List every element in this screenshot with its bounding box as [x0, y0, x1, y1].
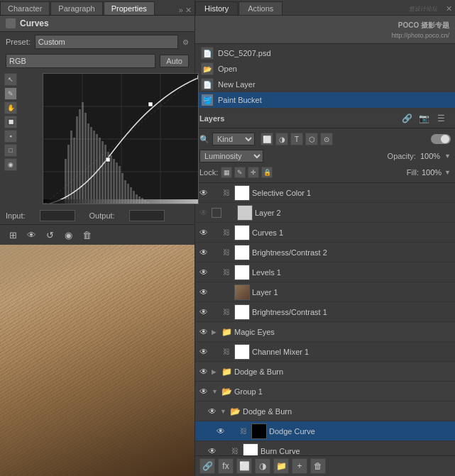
layer-magic-eyes[interactable]: 👁 ▶ 📁 Magic Eyes [195, 322, 455, 342]
layer-thumb-curves1 [234, 225, 250, 240]
filter-smart-btn[interactable]: ⊙ [320, 133, 333, 145]
kind-select[interactable]: Kind [212, 133, 255, 145]
layer-vis-burn-curve[interactable]: 👁 [207, 445, 218, 456]
layer-selective-color[interactable]: 👁 ⛓ Selective Color 1 [195, 183, 455, 203]
tab-history[interactable]: History [195, 1, 238, 15]
layer-vis-dodge-curve[interactable]: 👁 [215, 426, 226, 437]
add-style-btn[interactable]: fx [218, 458, 234, 474]
tab-properties[interactable]: Properties [104, 1, 155, 15]
curve-tool-eyedrop-black[interactable]: 🔲 [4, 116, 17, 128]
tab-character[interactable]: Character [0, 1, 50, 15]
visibility-icon[interactable]: ◉ [61, 228, 75, 242]
layer-name-dodge-top: Dodge & Burn [234, 367, 452, 376]
output-value[interactable] [129, 210, 165, 221]
layer-dodge-curve[interactable]: 👁 ⛓ Dodge Curve [195, 421, 455, 441]
history-item-file[interactable]: 📄 DSC_5207.psd [195, 45, 455, 61]
curve-tool-hand[interactable]: ✋ [4, 101, 17, 114]
curve-tool-eyedrop-gray[interactable]: ▪ [4, 130, 17, 143]
eye-icon[interactable]: 👁 [24, 228, 38, 242]
curve-tool-eyedrop-white[interactable]: □ [4, 144, 17, 157]
layer-dodge-burn-top[interactable]: 👁 ▶ 📁 Dodge & Burn [195, 362, 455, 382]
layer-vis-brightness2[interactable]: 👁 [198, 247, 209, 258]
layer-brightness2[interactable]: 👁 ⛓ Brightness/Contrast 2 [195, 243, 455, 262]
layer-burn-curve[interactable]: 👁 ⛓ Burn Curve [195, 441, 455, 455]
add-mask-btn[interactable]: ⬜ [236, 458, 252, 474]
undo-icon[interactable]: ↺ [43, 228, 57, 242]
layer-expand-dodge-top[interactable]: ▶ [212, 368, 219, 375]
layer-expand-group1[interactable]: ▼ [212, 388, 219, 395]
watermark-tab: 悠设计论坛 [403, 3, 443, 15]
delete-icon[interactable]: 🗑 [80, 228, 94, 242]
fill-arrow-icon[interactable]: ▼ [444, 169, 451, 176]
channel-row: RGB Auto [0, 52, 194, 70]
watermark-site: POCO 摄影专题 [398, 21, 449, 31]
lock-label: Lock: [199, 168, 218, 177]
preset-row: Preset: Custom ⚙ [0, 32, 194, 52]
add-node-icon[interactable]: ⊞ [6, 228, 20, 242]
curves-graph[interactable] [43, 73, 199, 204]
layer-vis-channel[interactable]: 👁 [198, 346, 209, 358]
tab-paragraph[interactable]: Paragraph [50, 1, 102, 15]
filter-adjust-btn[interactable]: ◑ [275, 133, 288, 145]
new-layer-btn[interactable]: + [292, 458, 307, 474]
blend-mode-select[interactable]: Luminosity [199, 150, 263, 162]
layer-vis-magic[interactable]: 👁 [198, 326, 209, 338]
history-list: 📄 DSC_5207.psd 📂 Open 📄 New Layer 🪣 [195, 44, 455, 109]
layer-curves1[interactable]: 👁 ⛓ Curves 1 [195, 223, 455, 243]
history-item-open[interactable]: 📂 Open [195, 61, 455, 77]
svg-rect-25 [116, 162, 118, 204]
curve-tool-edit[interactable]: ✎ [4, 87, 17, 100]
history-item-name-file: DSC_5207.psd [218, 49, 271, 57]
opacity-arrow-icon[interactable]: ▼ [444, 153, 451, 160]
curve-tool-pointer[interactable]: ↖ [4, 73, 17, 86]
lock-all-icon[interactable]: 🔒 [261, 167, 273, 178]
layers-menu-icon[interactable]: ☰ [434, 111, 448, 126]
filter-pixel-btn[interactable]: ⬜ [261, 133, 273, 145]
layer-link-channel: ⛓ [221, 348, 232, 355]
filter-toggle[interactable] [431, 134, 451, 144]
layer-1[interactable]: 👁 Layer 1 [195, 282, 455, 302]
opacity-value[interactable]: 100% [420, 152, 440, 160]
layer-expand-magic[interactable]: ▶ [212, 328, 219, 336]
layer-vis-levels1[interactable]: 👁 [198, 267, 209, 278]
tab-actions[interactable]: Actions [239, 1, 283, 15]
layer-group1[interactable]: 👁 ▼ 📂 Group 1 [195, 382, 455, 402]
layer-brightness1[interactable]: 👁 ⛓ Brightness/Contrast 1 [195, 302, 455, 322]
layer-vis-dodge-sub[interactable]: 👁 [207, 406, 218, 417]
delete-layer-btn[interactable]: 🗑 [310, 458, 326, 474]
layer-link-levels1: ⛓ [221, 268, 232, 276]
layer-vis-selective[interactable]: 👁 [198, 187, 209, 199]
fill-value[interactable]: 100% [422, 168, 442, 177]
layer-check-2[interactable] [212, 208, 221, 218]
lock-paint-icon[interactable]: ✎ [234, 167, 246, 178]
layer-channel-mixer[interactable]: 👁 ⛓ Channel Mixer 1 [195, 342, 455, 362]
layer-vis-brightness1[interactable]: 👁 [198, 306, 209, 318]
preset-settings-icon[interactable]: ⚙ [182, 38, 189, 46]
layer-vis-2[interactable]: 👁 [198, 207, 209, 218]
history-item-newlayer[interactable]: 📄 New Layer [195, 77, 455, 92]
layer-expand-dodge-sub[interactable]: ▼ [220, 408, 227, 415]
layer-levels1[interactable]: 👁 ⛓ Levels 1 [195, 262, 455, 282]
layer-2[interactable]: 👁 Layer 2 [195, 203, 455, 223]
input-value[interactable] [40, 210, 75, 221]
layer-dodge-burn-sub[interactable]: 👁 ▼ 📂 Dodge & Burn [195, 402, 455, 421]
filter-shape-btn[interactable]: ⬡ [305, 133, 318, 145]
layer-vis-group1[interactable]: 👁 [198, 386, 209, 397]
filter-text-btn[interactable]: T [290, 133, 303, 145]
preset-select[interactable]: Custom [35, 35, 178, 49]
curves-panel: Curves Preset: Custom ⚙ RGB Auto ↖ [0, 16, 194, 245]
auto-button[interactable]: Auto [160, 55, 189, 67]
new-group-btn[interactable]: 📁 [273, 458, 289, 474]
curve-tool-sample[interactable]: ◉ [4, 158, 17, 171]
layer-vis-1[interactable]: 👁 [198, 287, 209, 298]
layer-vis-dodge-top[interactable]: 👁 [198, 366, 209, 377]
layers-camera-icon[interactable]: 📷 [417, 111, 431, 126]
link-layers-btn[interactable]: 🔗 [199, 458, 215, 474]
new-adjustment-btn[interactable]: ◑ [255, 458, 270, 474]
lock-move-icon[interactable]: ✛ [248, 167, 259, 178]
channel-select[interactable]: RGB [6, 54, 155, 68]
lock-transparency-icon[interactable]: ▦ [221, 167, 232, 178]
layer-vis-curves1[interactable]: 👁 [198, 227, 209, 238]
layers-link-icon[interactable]: 🔗 [400, 111, 414, 126]
history-item-paintbucket[interactable]: 🪣 Paint Bucket [195, 92, 455, 108]
